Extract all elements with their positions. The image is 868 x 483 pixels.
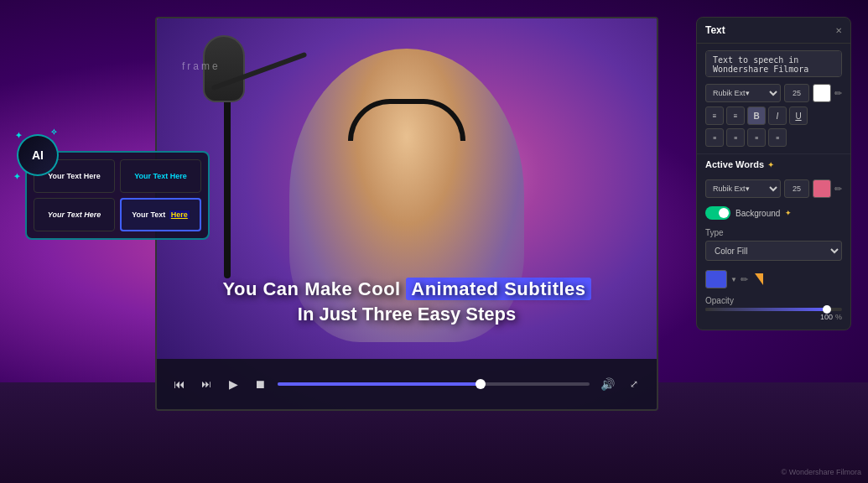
text-panel: Text ✕ Text to speech in Wondershare Fil… bbox=[696, 17, 851, 330]
watermark: © Wondershare Filmora bbox=[782, 468, 862, 476]
step-back-button[interactable]: ⏭ bbox=[197, 375, 216, 393]
fullscreen-button[interactable]: ⤢ bbox=[625, 375, 643, 393]
headphones bbox=[348, 99, 465, 141]
color-swatch-white[interactable] bbox=[813, 84, 831, 102]
bold-icon: B bbox=[753, 112, 759, 121]
play-button[interactable]: ▶ bbox=[224, 375, 242, 393]
subtitle-overlay: You Can Make Cool Animated Subtitles In … bbox=[157, 278, 657, 325]
card-4-text1: Your Text bbox=[132, 210, 165, 219]
type-selector[interactable]: Color Fill bbox=[705, 241, 842, 261]
video-content: frame bbox=[157, 18, 657, 409]
card-4-text2: Here bbox=[169, 210, 190, 219]
text-align-right[interactable]: ≡ bbox=[747, 128, 766, 147]
progress-thumb bbox=[476, 379, 486, 389]
active-words-section: Active Words ✦ bbox=[697, 154, 850, 174]
subtitle-highlight: Animated Subtitles bbox=[406, 278, 590, 300]
italic-icon: I bbox=[777, 112, 779, 121]
align-left-icon[interactable]: ≡ bbox=[705, 106, 724, 125]
video-player: frame You Can Make Cool Animated Subtitl… bbox=[155, 17, 658, 411]
aw-color-swatch[interactable] bbox=[813, 179, 831, 198]
color-chevron-icon[interactable]: ▼ bbox=[730, 276, 737, 283]
toggle-knob bbox=[719, 208, 729, 218]
aw-font-row: Rubik Ext▾ ✏ bbox=[705, 179, 842, 198]
style-card-2[interactable]: Your Text Here bbox=[120, 159, 201, 193]
stop-button[interactable]: ⏹ bbox=[251, 375, 269, 393]
cursor-pointer-icon bbox=[755, 273, 763, 285]
color-fill-row: ▼ ✏ bbox=[697, 266, 850, 293]
opacity-percent: % bbox=[835, 313, 842, 321]
active-words-star: ✦ bbox=[767, 160, 774, 169]
spark-1: ✦ bbox=[15, 131, 22, 140]
opacity-slider[interactable] bbox=[705, 308, 842, 311]
subtitle-pre-text: You Can Make Cool bbox=[222, 278, 406, 299]
background-toggle[interactable] bbox=[705, 206, 730, 220]
bold-button[interactable]: B bbox=[747, 106, 766, 125]
fill-color-swatch[interactable] bbox=[705, 270, 727, 288]
video-controls-bar: ⏮ ⏭ ▶ ⏹ 🔊 ⤢ bbox=[157, 359, 657, 409]
italic-button[interactable]: I bbox=[768, 106, 787, 125]
underline-icon: U bbox=[795, 112, 801, 121]
ai-circle: AI ✦ ✧ ✦ bbox=[17, 134, 59, 176]
background-toggle-row: Background ✦ bbox=[697, 203, 850, 223]
font-row: Rubik Ext▾ ✏ bbox=[705, 84, 842, 102]
background-label: Background bbox=[735, 209, 780, 218]
subtitle-line1: You Can Make Cool Animated Subtitles bbox=[157, 278, 657, 300]
aw-eyedropper-icon[interactable]: ✏ bbox=[834, 184, 842, 195]
panel-header: Text ✕ bbox=[697, 18, 850, 44]
volume-button[interactable]: 🔊 bbox=[598, 375, 616, 393]
panel-title: Text bbox=[705, 24, 725, 36]
type-section: Type Color Fill bbox=[697, 223, 850, 266]
text-align-left[interactable]: ≡ bbox=[705, 128, 724, 147]
opacity-value: 100 bbox=[820, 313, 833, 321]
spark-2: ✧ bbox=[50, 127, 57, 137]
frame-label: frame bbox=[182, 60, 221, 72]
progress-bar[interactable] bbox=[278, 382, 590, 386]
text-align-justify[interactable]: ≡ bbox=[768, 128, 787, 147]
rewind-button[interactable]: ⏮ bbox=[170, 375, 189, 393]
opacity-section: Opacity 100 % bbox=[697, 293, 850, 323]
font-selector[interactable]: Rubik Ext▾ bbox=[705, 84, 781, 102]
panel-close-button[interactable]: ✕ bbox=[835, 26, 842, 35]
font-size-input[interactable] bbox=[784, 84, 809, 102]
style-card-3[interactable]: Your Text Here bbox=[34, 198, 115, 231]
underline-button[interactable]: U bbox=[789, 106, 808, 125]
ai-badge: AI ✦ ✧ ✦ bbox=[17, 134, 59, 176]
eyedropper-icon[interactable]: ✏ bbox=[834, 88, 842, 99]
card-2-text: Your Text Here bbox=[134, 172, 187, 180]
align-center-icon[interactable]: ≡ bbox=[726, 106, 745, 125]
format-buttons-row: ≡ ≡ B I U bbox=[705, 106, 842, 125]
active-words-controls: Rubik Ext▾ ✏ bbox=[697, 179, 850, 203]
fill-eyedropper-icon[interactable]: ✏ bbox=[741, 274, 748, 285]
opacity-value-row: 100 % bbox=[705, 313, 842, 321]
subtitle-line2: In Just Three Easy Steps bbox=[157, 304, 657, 325]
align-row: ≡ ≡ ≡ ≡ bbox=[705, 128, 842, 147]
style-card-4[interactable]: Your Text Here bbox=[120, 198, 201, 231]
ai-sparks: ✦ ✧ ✦ bbox=[12, 129, 64, 181]
progress-fill bbox=[278, 382, 481, 386]
active-words-label: Active Words bbox=[705, 159, 764, 169]
card-3-text: Your Text Here bbox=[48, 210, 101, 219]
opacity-thumb bbox=[823, 305, 831, 314]
text-input[interactable]: Text to speech in Wondershare Filmora bbox=[705, 50, 842, 77]
aw-font-selector[interactable]: Rubik Ext▾ bbox=[705, 179, 781, 198]
spark-3: ✦ bbox=[13, 172, 20, 181]
background-star: ✦ bbox=[785, 209, 792, 217]
text-align-center[interactable]: ≡ bbox=[726, 128, 745, 147]
text-content-section: Text to speech in Wondershare Filmora Ru… bbox=[697, 44, 850, 154]
opacity-fill bbox=[705, 308, 829, 311]
type-label: Type bbox=[705, 228, 842, 237]
opacity-label: Opacity bbox=[705, 296, 842, 305]
aw-size-input[interactable] bbox=[784, 179, 809, 198]
